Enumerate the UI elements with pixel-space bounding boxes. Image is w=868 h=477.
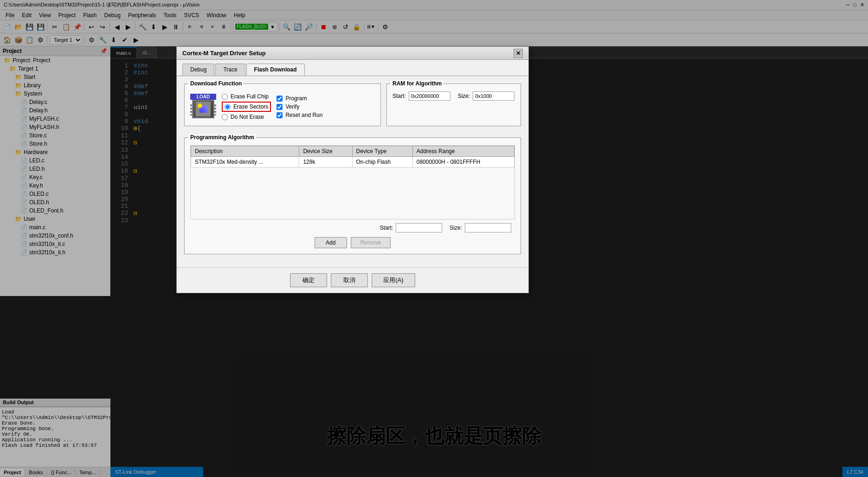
tab-trace[interactable]: Trace: [215, 64, 245, 76]
algo-table-container: Description Device Size Device Type Addr…: [190, 145, 515, 219]
download-function-content: LOAD: [190, 91, 375, 120]
algo-start-input[interactable]: [396, 223, 442, 232]
algo-size-field: Size:: [450, 223, 511, 232]
programming-algorithm-title: Programming Algorithm: [188, 134, 256, 141]
erase-sectors-box: Erase Sectors: [222, 102, 271, 112]
algo-size-input[interactable]: [465, 223, 511, 232]
col-device-size: Device Size: [299, 146, 352, 157]
load-chip: [192, 100, 214, 118]
ram-algorithm-group: RAM for Algorithm Start: Size:: [386, 84, 521, 126]
col-device-type: Device Type: [352, 146, 412, 157]
dialog-titlebar: Cortex-M Target Driver Setup ✕: [177, 47, 528, 60]
apply-btn[interactable]: 应用(A): [372, 273, 415, 287]
algo-action-buttons: Add Remove: [190, 237, 515, 248]
radio-erase-full-chip[interactable]: Erase Full Chip: [222, 93, 271, 100]
ram-size-label: Size:: [458, 93, 470, 99]
ram-size-field: Size:: [458, 91, 515, 101]
ram-size-input[interactable]: [473, 91, 514, 101]
radio-options: Erase Full Chip Erase Sectors Do Not Era…: [222, 93, 271, 120]
dialog-body: Download Function LOAD: [177, 76, 528, 267]
algo-desc: STM32F10x Med-density ...: [191, 157, 299, 168]
dialog-close-btn[interactable]: ✕: [514, 49, 523, 58]
ok-btn[interactable]: 确定: [290, 273, 327, 287]
algo-addr: 08000000H - 0801FFFFH: [412, 157, 514, 168]
ram-algo-fields: Start: Size:: [392, 91, 515, 101]
chip-legs-right: [214, 104, 216, 116]
ram-start-input[interactable]: [409, 91, 450, 101]
radio-erase-sectors[interactable]: Erase Sectors: [225, 103, 268, 110]
col-description: Description: [191, 146, 299, 157]
checkbox-program[interactable]: Program: [276, 95, 322, 102]
ram-algorithm-title: RAM for Algorithm: [391, 80, 444, 87]
download-function-title: Download Function: [188, 80, 244, 87]
algo-start-field: Start:: [380, 223, 443, 232]
add-btn[interactable]: Add: [315, 237, 347, 248]
remove-btn[interactable]: Remove: [351, 237, 391, 248]
tab-flash-download[interactable]: Flash Download: [246, 64, 305, 76]
tab-debug[interactable]: Debug: [182, 64, 214, 76]
algo-size-label: Size:: [450, 225, 462, 231]
checkbox-reset-run[interactable]: Reset and Run: [276, 112, 322, 118]
algo-type: On-chip Flash: [352, 157, 412, 168]
programming-algorithm-group: Programming Algorithm Description Device…: [184, 137, 521, 254]
algo-bottom: Start: Size:: [190, 223, 515, 232]
checkbox-options: Program Verify Reset and Run: [276, 95, 322, 118]
dialog-tab-bar: Debug Trace Flash Download: [177, 60, 528, 76]
dialog-buttons: 确定 取消 应用(A): [177, 267, 528, 293]
top-row: Download Function LOAD: [184, 84, 521, 132]
checkbox-verify[interactable]: Verify: [276, 103, 322, 110]
ram-start-label: Start:: [392, 93, 406, 99]
algo-row-1[interactable]: STM32F10x Med-density ... 128k On-chip F…: [191, 157, 514, 168]
cancel-btn[interactable]: 取消: [331, 273, 368, 287]
download-function-group: Download Function LOAD: [184, 84, 381, 126]
dialog-title-text: Cortex-M Target Driver Setup: [182, 50, 266, 57]
load-icon: LOAD: [190, 93, 216, 119]
load-text: LOAD: [190, 94, 216, 100]
algo-table: Description Device Size Device Type Addr…: [191, 146, 514, 168]
algo-start-label: Start:: [380, 225, 393, 231]
algo-size: 128k: [299, 157, 352, 168]
chip-legs-left: [190, 104, 192, 116]
dialog: Cortex-M Target Driver Setup ✕ Debug Tra…: [176, 46, 529, 293]
col-address-range: Address Range: [412, 146, 514, 157]
radio-do-not-erase[interactable]: Do Not Erase: [222, 114, 271, 120]
ram-start-field: Start:: [392, 91, 450, 101]
